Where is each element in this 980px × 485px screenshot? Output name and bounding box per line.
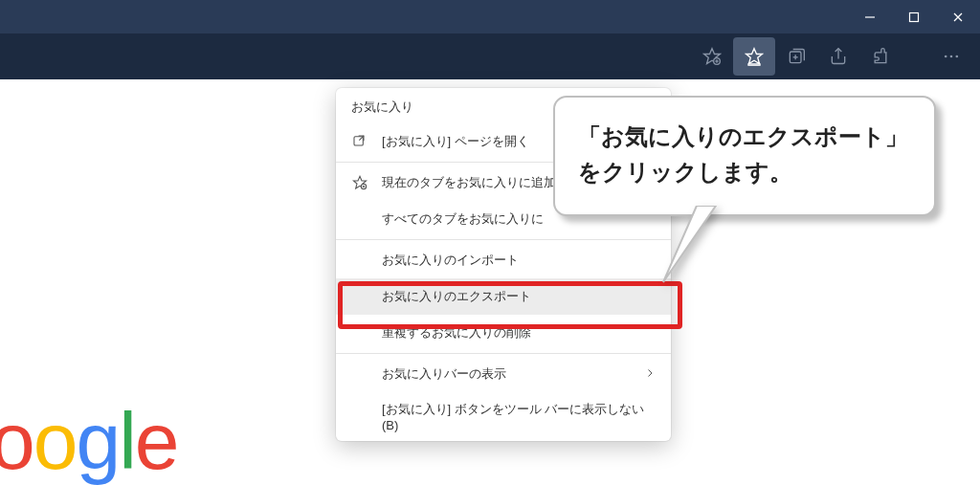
menu-label: お気に入りのエクスポート [382,288,531,305]
separator [336,239,671,240]
menu-label: 重複するお気に入りの削除 [382,324,531,342]
menu-hide-favorites-button[interactable]: [お気に入り] ボタンをツール バーに表示しない(B) [336,392,671,441]
svg-marker-24 [663,206,716,282]
maximize-button[interactable] [892,0,936,33]
svg-marker-8 [746,49,763,64]
menu-label: [お気に入り] ボタンをツール バーに表示しない(B) [382,401,656,432]
add-favorite-icon[interactable] [691,37,733,76]
menu-favorites-bar[interactable]: お気に入りバーの表示 [336,356,671,392]
menu-label: 現在のタブをお気に入りに追加 [382,174,556,191]
extensions-icon[interactable] [859,37,902,76]
svg-point-16 [950,55,953,58]
more-icon[interactable] [930,37,972,76]
logo-char-l: l [119,396,135,485]
google-logo: oogle [0,395,178,485]
svg-rect-1 [910,12,919,21]
add-favorite-small-icon [351,175,368,190]
callout-text: 「お気に入りのエクスポート」をクリックします。 [578,123,908,185]
logo-char-o2: o [33,396,77,485]
collections-icon[interactable] [775,37,817,76]
browser-toolbar [0,33,980,79]
logo-char-e: e [135,396,178,485]
chevron-right-icon [644,367,656,382]
separator [336,353,671,354]
menu-import-favorites[interactable]: お気に入りのインポート [336,242,671,278]
menu-remove-duplicates[interactable]: 重複するお気に入りの削除 [336,315,671,351]
svg-point-15 [945,55,947,58]
logo-char-g: g [76,396,119,485]
open-page-icon [351,134,368,149]
menu-label: お気に入りバーの表示 [382,365,506,383]
menu-label: お気に入りのインポート [382,252,519,269]
minimize-button[interactable] [848,0,892,33]
window-controls [848,0,980,33]
favorites-icon[interactable] [733,37,775,76]
share-icon[interactable] [817,37,859,76]
titlebar [0,0,980,33]
menu-label: すべてのタブをお気に入りに [382,210,544,228]
logo-char-o1: o [0,396,33,485]
close-button[interactable] [936,0,980,33]
svg-point-17 [956,55,959,58]
menu-label: [お気に入り] ページを開く [382,133,529,150]
instruction-callout: 「お気に入りのエクスポート」をクリックします。 [553,96,936,216]
menu-export-favorites[interactable]: お気に入りのエクスポート [336,278,671,315]
